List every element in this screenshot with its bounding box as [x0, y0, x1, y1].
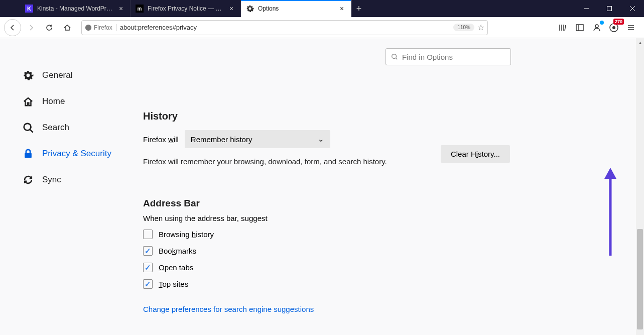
firefox-icon: [85, 24, 92, 31]
checkbox-row-top-sites: Top sites: [143, 279, 504, 289]
extension-icon[interactable]: 270: [608, 22, 620, 34]
checkbox-browsing-history[interactable]: [143, 230, 153, 239]
checkbox-label: Bookmarks: [159, 247, 196, 255]
close-icon[interactable]: ×: [227, 5, 235, 13]
home-button[interactable]: [59, 20, 75, 36]
sidebar-item-privacy[interactable]: Privacy & Security: [22, 141, 143, 167]
checkbox-row-open-tabs: Open tabs: [143, 263, 504, 272]
svg-marker-19: [604, 168, 616, 179]
bookmark-star-icon[interactable]: ☆: [477, 23, 484, 32]
svg-point-4: [85, 24, 91, 30]
checkbox-bookmarks[interactable]: [143, 246, 153, 256]
svg-point-9: [612, 26, 615, 29]
find-input[interactable]: [402, 53, 505, 61]
sidebar-item-search[interactable]: Search: [22, 115, 143, 141]
tab-strip: K Kinsta - Managed WordPress H × m Firef…: [0, 0, 575, 17]
search-icon: [22, 122, 34, 134]
favicon-kinsta: K: [25, 5, 33, 13]
tab-label: Kinsta - Managed WordPress H: [37, 5, 113, 12]
window-controls: [575, 0, 644, 17]
svg-line-17: [396, 58, 398, 60]
address-bar-section: Address Bar When using the address bar, …: [143, 198, 504, 314]
clear-history-button[interactable]: Clear History...: [441, 145, 510, 163]
firefox-will-label: Firefox will: [143, 135, 179, 144]
tab-mozilla[interactable]: m Firefox Privacy Notice — Mozil ×: [131, 0, 241, 17]
svg-rect-1: [607, 7, 612, 11]
address-bar-description: When using the address bar, suggest: [143, 214, 504, 222]
svg-point-16: [392, 54, 397, 59]
history-heading: History: [143, 110, 504, 122]
select-value: Remember history: [191, 135, 252, 144]
svg-point-7: [595, 25, 598, 28]
sidebar-icon[interactable]: [574, 22, 586, 34]
checkbox-label: Top sites: [159, 280, 188, 288]
url-bar[interactable]: Firefox 110% ☆: [81, 20, 488, 35]
titlebar: K Kinsta - Managed WordPress H × m Firef…: [0, 0, 644, 17]
main-panel: History Firefox will Remember history ⌄ …: [143, 38, 644, 335]
preferences-content: General Home Search Privacy & Security S…: [0, 38, 644, 335]
svg-line-14: [30, 130, 33, 133]
sidebar: General Home Search Privacy & Security S…: [0, 38, 143, 335]
scrollbar-thumb[interactable]: [637, 229, 643, 329]
identity-box[interactable]: Firefox: [85, 24, 117, 31]
sidebar-item-general[interactable]: General: [22, 62, 143, 88]
scrollbar[interactable]: ▴: [636, 38, 644, 335]
sidebar-label: Search: [42, 123, 69, 133]
library-icon[interactable]: [557, 22, 569, 34]
tab-label: Options: [258, 5, 334, 12]
checkbox-label: Open tabs: [159, 263, 193, 272]
menu-button[interactable]: [625, 22, 637, 34]
back-button[interactable]: [4, 19, 21, 36]
checkbox-open-tabs[interactable]: [143, 263, 153, 272]
history-mode-select[interactable]: Remember history ⌄: [185, 130, 330, 148]
identity-label: Firefox: [94, 24, 112, 31]
checkbox-label: Browsing history: [159, 230, 214, 239]
badge-count: 270: [613, 19, 624, 25]
maximize-button[interactable]: [598, 0, 621, 17]
forward-button[interactable]: [23, 20, 39, 36]
lock-icon: [22, 148, 34, 160]
search-icon: [391, 53, 398, 60]
sidebar-label: Sync: [42, 175, 61, 185]
address-bar-heading: Address Bar: [143, 198, 504, 209]
find-in-options[interactable]: [385, 48, 511, 65]
svg-rect-15: [25, 153, 32, 158]
checkbox-top-sites[interactable]: [143, 279, 153, 289]
checkbox-row-bookmarks: Bookmarks: [143, 246, 504, 256]
zoom-badge[interactable]: 110%: [453, 24, 474, 31]
checkbox-row-browsing-history: Browsing history: [143, 230, 504, 239]
account-icon[interactable]: [591, 22, 603, 34]
toolbar: Firefox 110% ☆ 270: [0, 17, 644, 38]
notification-dot: [600, 21, 604, 25]
sidebar-label: General: [42, 70, 72, 80]
sidebar-label: Home: [42, 96, 65, 106]
address-input[interactable]: [120, 24, 451, 31]
sidebar-item-sync[interactable]: Sync: [22, 167, 143, 193]
arrow-annotation: [603, 168, 618, 258]
tab-kinsta[interactable]: K Kinsta - Managed WordPress H ×: [20, 0, 131, 17]
sidebar-label: Privacy & Security: [42, 149, 111, 159]
chevron-down-icon: ⌄: [318, 135, 324, 144]
home-icon: [22, 95, 34, 107]
close-icon[interactable]: ×: [117, 5, 125, 13]
close-icon[interactable]: ×: [338, 5, 346, 13]
gear-icon: [22, 69, 34, 81]
favicon-mozilla: m: [136, 5, 144, 13]
minimize-button[interactable]: [575, 0, 598, 17]
sidebar-item-home[interactable]: Home: [22, 88, 143, 115]
svg-rect-5: [576, 25, 583, 31]
tab-label: Firefox Privacy Notice — Mozil: [148, 5, 223, 12]
new-tab-button[interactable]: +: [351, 0, 366, 17]
search-suggestions-link[interactable]: Change preferences for search engine sug…: [143, 305, 314, 313]
reload-button[interactable]: [41, 20, 57, 36]
gear-icon: [246, 5, 254, 13]
close-window-button[interactable]: [621, 0, 644, 17]
sync-icon: [22, 174, 34, 186]
svg-point-13: [24, 124, 31, 131]
tab-options[interactable]: Options ×: [241, 0, 351, 17]
scroll-up-icon[interactable]: ▴: [636, 38, 644, 46]
